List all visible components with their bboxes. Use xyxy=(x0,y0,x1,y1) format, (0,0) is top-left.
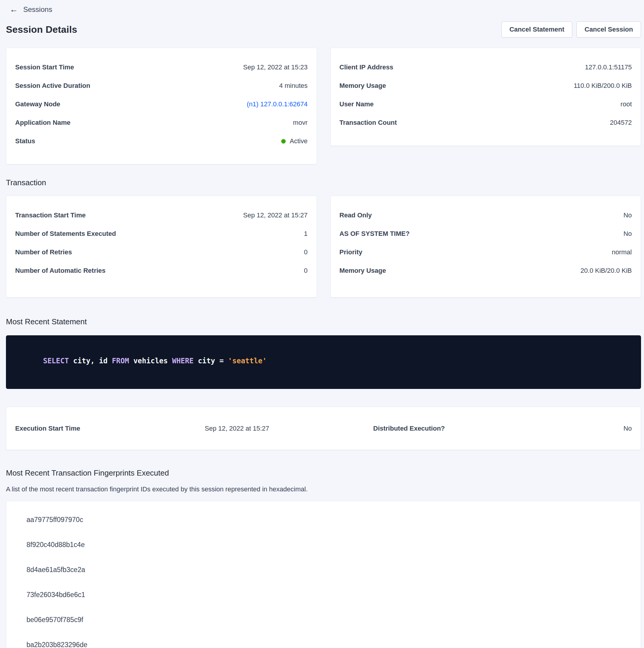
transaction-start-time-row: Transaction Start Time Sep 12, 2022 at 1… xyxy=(15,206,308,224)
statements-executed-value: 1 xyxy=(304,230,307,238)
fingerprint-list-item: 73fe26034bd6e6c1 xyxy=(26,582,632,607)
fingerprint-list-item: ba2b203b823296de xyxy=(26,632,632,648)
priority-label: Priority xyxy=(340,248,362,256)
transaction-start-time-value: Sep 12, 2022 at 15:27 xyxy=(243,211,308,219)
execution-start-time-value: Sep 12, 2022 at 15:27 xyxy=(205,425,373,432)
execution-card: Execution Start Time Sep 12, 2022 at 15:… xyxy=(6,407,641,450)
transaction-card-right: Read Only No AS OF SYSTEM TIME? No Prior… xyxy=(330,196,641,298)
application-name-label: Application Name xyxy=(15,119,70,126)
sql-keyword-from: FROM xyxy=(112,357,129,365)
session-card-left: Session Start Time Sep 12, 2022 at 15:23… xyxy=(6,48,317,164)
page-title: Session Details xyxy=(6,24,77,35)
execution-start-time-label: Execution Start Time xyxy=(15,425,205,432)
status-row: Status Active xyxy=(15,132,308,150)
session-card-right: Client IP Address 127.0.0.1:51175 Memory… xyxy=(330,48,641,146)
status-value: Active xyxy=(290,137,308,145)
transaction-section-heading: Transaction xyxy=(6,178,641,187)
gateway-node-row: Gateway Node (n1) 127.0.0.1:62674 xyxy=(15,95,308,113)
transaction-memory-usage-label: Memory Usage xyxy=(340,267,386,275)
transaction-cards: Transaction Start Time Sep 12, 2022 at 1… xyxy=(6,196,641,298)
session-start-time-label: Session Start Time xyxy=(15,63,74,71)
sql-keyword-where: WHERE xyxy=(172,357,193,365)
fingerprint-list-item: 8f920c40d88b1c4e xyxy=(26,532,632,557)
fingerprint-list-item: be06e9570f785c9f xyxy=(26,607,632,632)
statements-executed-row: Number of Statements Executed 1 xyxy=(15,224,308,243)
user-name-label: User Name xyxy=(340,100,374,108)
transaction-memory-usage-value: 20.0 KiB/20.0 KiB xyxy=(581,267,632,275)
fingerprints-description: A list of the most recent transaction fi… xyxy=(6,485,641,493)
fingerprints-card: aa79775ff097970c 8f920c40d88b1c4e 8d4ae6… xyxy=(6,501,641,648)
user-name-value: root xyxy=(621,100,632,108)
sql-statement-box: SELECT city, id FROM vehicles WHERE city… xyxy=(6,335,641,389)
application-name-value: movr xyxy=(293,119,308,126)
automatic-retries-value: 0 xyxy=(304,267,307,275)
title-row: Session Details Cancel Statement Cancel … xyxy=(6,21,641,38)
as-of-system-time-label: AS OF SYSTEM TIME? xyxy=(340,230,410,238)
cancel-session-button[interactable]: Cancel Session xyxy=(576,21,641,38)
retries-value: 0 xyxy=(304,248,307,256)
sql-statement: SELECT city, id FROM vehicles WHERE city… xyxy=(17,348,630,373)
memory-usage-value: 110.0 KiB/200.0 KiB xyxy=(574,82,632,90)
transaction-start-time-label: Transaction Start Time xyxy=(15,211,86,219)
client-ip-value: 127.0.0.1:51175 xyxy=(585,63,632,71)
status-badge: Active xyxy=(281,137,308,145)
application-name-row: Application Name movr xyxy=(15,113,308,132)
transaction-memory-usage-row: Memory Usage 20.0 KiB/20.0 KiB xyxy=(340,262,632,280)
transaction-card-left: Transaction Start Time Sep 12, 2022 at 1… xyxy=(6,196,317,298)
sql-keyword-select: SELECT xyxy=(43,357,69,365)
status-active-dot-icon xyxy=(281,139,286,144)
session-active-duration-label: Session Active Duration xyxy=(15,82,90,90)
client-ip-row: Client IP Address 127.0.0.1:51175 xyxy=(340,58,632,76)
session-summary-cards: Session Start Time Sep 12, 2022 at 15:23… xyxy=(6,48,641,164)
client-ip-label: Client IP Address xyxy=(340,63,394,71)
retries-label: Number of Retries xyxy=(15,248,72,256)
session-start-time-value: Sep 12, 2022 at 15:23 xyxy=(243,63,308,71)
transaction-count-label: Transaction Count xyxy=(340,119,397,126)
session-active-duration-row: Session Active Duration 4 minutes xyxy=(15,76,308,95)
session-active-duration-value: 4 minutes xyxy=(279,82,307,90)
retries-row: Number of Retries 0 xyxy=(15,243,308,262)
priority-value: normal xyxy=(612,248,632,256)
transaction-count-value: 204572 xyxy=(610,119,632,126)
gateway-node-label: Gateway Node xyxy=(15,100,60,108)
as-of-system-time-value: No xyxy=(624,230,632,238)
statements-executed-label: Number of Statements Executed xyxy=(15,230,116,238)
fingerprint-list-item: aa79775ff097970c xyxy=(26,507,632,532)
status-label: Status xyxy=(15,137,35,145)
memory-usage-row: Memory Usage 110.0 KiB/200.0 KiB xyxy=(340,76,632,95)
automatic-retries-row: Number of Automatic Retries 0 xyxy=(15,262,308,280)
back-arrow-icon: ← xyxy=(9,5,18,14)
read-only-value: No xyxy=(624,211,632,219)
sql-string-literal: 'seattle' xyxy=(228,357,267,365)
action-buttons: Cancel Statement Cancel Session xyxy=(502,21,641,38)
distributed-execution-value: No xyxy=(624,425,632,432)
as-of-system-time-row: AS OF SYSTEM TIME? No xyxy=(340,224,632,243)
read-only-row: Read Only No xyxy=(340,206,632,224)
sql-equals-operator: = xyxy=(219,357,228,365)
sql-columns: city, id xyxy=(69,357,112,365)
cancel-statement-button[interactable]: Cancel Statement xyxy=(502,21,573,38)
priority-row: Priority normal xyxy=(340,243,632,262)
automatic-retries-label: Number of Automatic Retries xyxy=(15,267,106,275)
gateway-node-link[interactable]: (n1) 127.0.0.1:62674 xyxy=(247,100,307,108)
fingerprint-list-item: 8d4ae61a5fb3ce2a xyxy=(26,557,632,582)
fingerprints-section-heading: Most Recent Transaction Fingerprints Exe… xyxy=(6,469,641,478)
statement-section-heading: Most Recent Statement xyxy=(6,317,641,326)
back-to-sessions-link[interactable]: ← Sessions xyxy=(6,3,52,14)
sql-lhs: city xyxy=(193,357,219,365)
user-name-row: User Name root xyxy=(340,95,632,113)
session-start-time-row: Session Start Time Sep 12, 2022 at 15:23 xyxy=(15,58,308,76)
distributed-execution-label: Distributed Execution? xyxy=(373,425,624,432)
read-only-label: Read Only xyxy=(340,211,372,219)
session-details-page: ← Sessions Session Details Cancel Statem… xyxy=(0,0,644,648)
sql-table: vehicles xyxy=(129,357,172,365)
back-link-label: Sessions xyxy=(23,5,52,14)
memory-usage-label: Memory Usage xyxy=(340,82,386,90)
transaction-count-row: Transaction Count 204572 xyxy=(340,113,632,132)
